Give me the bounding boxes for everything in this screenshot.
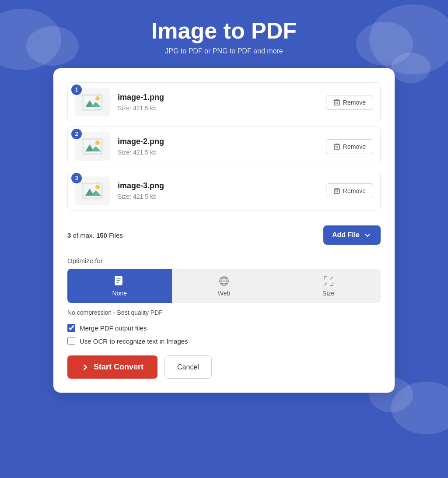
pdf-icon [113,275,126,287]
chevron-down-icon [363,231,372,239]
svg-point-16 [95,185,100,189]
ocr-checkbox-label[interactable]: Use OCR to recognize text in Images [80,337,188,345]
page-title: Image to PDF [151,18,297,44]
page-header: Image to PDF JPG to PDF or PNG to PDF an… [143,0,305,68]
file-info: image-3.png Size: 421.5 kb [118,181,326,200]
svg-point-10 [95,141,100,145]
image-preview-icon [82,94,103,111]
file-size: Size: 421.5 kb [118,149,326,156]
file-items-container: 1 image-1.png Size: 421.5 kb [67,82,381,215]
file-name: image-3.png [118,181,326,190]
files-action-row: 3 of max. 150 Files Add File [67,225,381,245]
files-of-max-label: of max. [73,232,96,239]
optimize-section: Optimize for None Web [67,257,381,316]
cancel-button[interactable]: Cancel [164,355,212,379]
remove-label: Remove [343,143,366,150]
file-item: 1 image-1.png Size: 421.5 kb [67,82,381,122]
optimize-none-button[interactable]: None [67,269,172,303]
remove-button[interactable]: Remove [326,139,373,154]
remove-button[interactable]: Remove [326,95,373,110]
file-info: image-1.png Size: 421.5 kb [118,93,326,112]
action-buttons: Start Convert Cancel [67,355,381,379]
svg-rect-5 [334,101,340,105]
globe-icon [218,275,230,287]
optimize-options: None Web Size [67,269,381,303]
add-file-button[interactable]: Add File [323,225,381,245]
optimize-label: Optimize for [67,257,381,264]
image-preview-icon [82,138,103,155]
file-number: 3 [71,173,82,183]
svg-rect-17 [334,189,340,193]
merge-checkbox-row: Merge PDF output files [67,324,381,332]
optimize-web-label: Web [218,290,231,297]
trash-icon [333,143,340,150]
file-number: 1 [71,84,82,95]
optimize-web-button[interactable]: Web [172,269,276,303]
add-file-label: Add File [332,231,360,239]
chevron-right-icon [81,363,89,371]
file-number: 2 [71,129,82,139]
file-name: image-2.png [118,137,326,146]
remove-label: Remove [343,187,366,194]
remove-label: Remove [343,99,366,106]
files-count: 3 of max. 150 Files [67,232,123,239]
file-info: image-2.png Size: 421.5 kb [118,137,326,156]
file-item: 2 image-2.png Size: 421.5 kb [67,127,381,166]
trash-icon [333,99,340,106]
svg-point-4 [95,96,100,101]
checkboxes-section: Merge PDF output files Use OCR to recogn… [67,324,381,345]
files-suffix: Files [109,232,123,239]
file-thumbnail: 1 [75,88,110,116]
optimize-size-button[interactable]: Size [276,269,381,303]
merge-checkbox-label[interactable]: Merge PDF output files [80,324,147,332]
start-convert-label: Start Convert [94,362,144,372]
file-size: Size: 421.5 kb [118,105,326,112]
file-thumbnail: 3 [75,176,110,205]
file-size: Size: 421.5 kb [118,193,326,200]
bg-cloud-2 [26,26,79,66]
main-card: 1 image-1.png Size: 421.5 kb [53,68,395,393]
ocr-checkbox[interactable] [67,337,75,345]
page-subtitle: JPG to PDF or PNG to PDF and more [151,47,297,55]
file-name: image-1.png [118,93,326,102]
remove-button[interactable]: Remove [326,183,373,198]
file-thumbnail: 2 [75,132,110,161]
svg-rect-11 [334,145,340,149]
files-current-count: 3 [67,232,71,239]
compress-icon [322,275,335,287]
merge-checkbox[interactable] [67,324,75,332]
optimize-none-label: None [112,290,127,297]
image-preview-icon [82,183,103,199]
trash-icon [333,187,340,194]
optimize-size-label: Size [322,290,334,297]
cancel-label: Cancel [177,363,199,371]
file-list: 1 image-1.png Size: 421.5 kb [67,82,381,215]
start-convert-button[interactable]: Start Convert [67,355,158,379]
optimize-description: No compression - Best quality PDF [67,309,381,316]
files-max-count: 150 [96,232,107,239]
bg-cloud-5 [391,53,430,83]
file-item: 3 image-3.png Size: 421.5 kb [67,171,381,211]
ocr-checkbox-row: Use OCR to recognize text in Images [67,337,381,345]
